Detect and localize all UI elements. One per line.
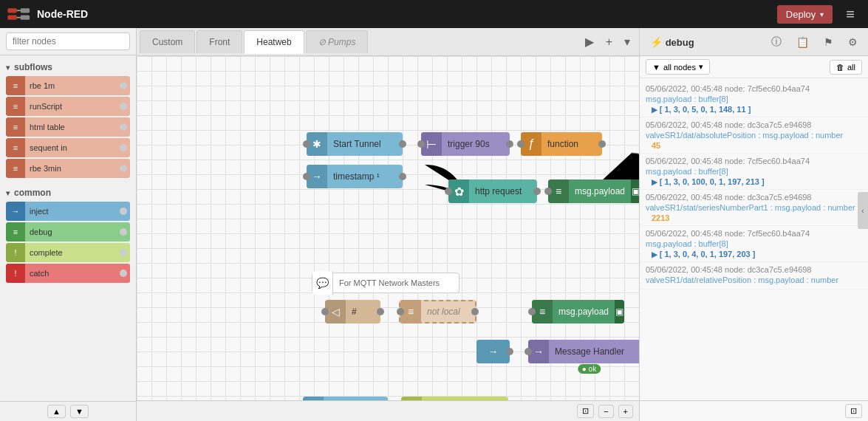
rbe1m-port [120, 82, 127, 89]
comment-label: For MQTT Network Masters [333, 278, 459, 287]
debug-msg-value[interactable]: [ 1, 3, 0, 5, 0, 1, 148, 11 ] [652, 105, 862, 114]
sidebar-item-inject[interactable]: → inject [6, 202, 130, 221]
menu-button[interactable]: ≡ [840, 3, 861, 26]
hash-port-right [377, 308, 384, 315]
node-hash[interactable]: ◁ # [325, 300, 380, 324]
svg-rect-1 [7, 16, 17, 20]
hash-label: # [346, 307, 380, 317]
tabs-bar: Custom Front Heatweb ⊘ Pumps ▶ + ▾ [137, 28, 639, 56]
debug-settings-tab[interactable]: ⚙ [842, 33, 864, 51]
debug-clear-button[interactable]: 🗑 all [830, 60, 862, 75]
debug-msg-header: 05/06/2022, 00:45:48 node: dc3ca7c5.e946… [646, 265, 862, 274]
filter-chevron-icon: ▾ [699, 62, 703, 72]
tab-options-button[interactable]: ▾ [618, 32, 636, 52]
msgpayload1-port-left [544, 188, 552, 195]
trigger-port-right [506, 140, 513, 148]
sidebar-item-htmltable[interactable]: ≡ html table [6, 117, 130, 137]
tab-front[interactable]: Front [197, 30, 242, 53]
flow-canvas[interactable]: ✱ Start Tunnel ⊢ trigger 90s ƒ function [137, 56, 639, 400]
play-button[interactable]: ▶ [579, 32, 600, 52]
debug-msg-prop: msg.payload : buffer[8] [646, 239, 862, 248]
debug-collapse-button[interactable]: ⊡ [845, 404, 862, 418]
debug-messages: 05/06/2022, 00:45:48 node: 7cf5ec60.b4aa… [640, 78, 868, 400]
tab-heatweb[interactable]: Heatweb [244, 30, 304, 54]
deploy-chevron-icon: ▾ [820, 10, 824, 18]
node-trigger-90s[interactable]: ⊢ trigger 90s [421, 132, 510, 156]
rbe3min-port [120, 165, 127, 172]
scroll-down-button[interactable]: ▼ [70, 405, 89, 418]
debug-message: 05/06/2022, 00:45:48 node: 7cf5ec60.b4aa… [640, 226, 868, 262]
fit-view-button[interactable]: ⊡ [577, 404, 594, 418]
canvas-area: Custom Front Heatweb ⊘ Pumps ▶ + ▾ [137, 28, 639, 421]
sidebar-item-debug[interactable]: ≡ debug [6, 222, 130, 242]
sequentin-port [120, 144, 127, 151]
msgpayload1-btn[interactable]: ▣ [631, 179, 639, 203]
svg-rect-2 [21, 8, 30, 13]
node-not-local[interactable]: ≡ not local [399, 300, 476, 324]
node-message-handler[interactable]: → Message Handler ● ok [528, 340, 639, 363]
zoom-in-button[interactable]: + [618, 405, 633, 418]
msgpayload2-label: msg.payload [553, 307, 615, 317]
debug-msg-prop: valveSR1/dat/absolutePosition : msg.payl… [646, 131, 862, 140]
sidebar-item-complete[interactable]: ! complete [6, 243, 130, 262]
filter-nodes-input[interactable] [6, 32, 130, 50]
debug-msg-value[interactable]: [ 1, 3, 0, 100, 0, 1, 197, 213 ] [652, 177, 862, 186]
debug-message: 05/06/2022, 00:45:48 node: dc3ca7c5.e946… [640, 262, 868, 290]
debug-info-tab[interactable]: ⓘ [765, 32, 787, 52]
node-comment[interactable]: 💬 For MQTT Network Masters [312, 273, 459, 293]
add-tab-button[interactable]: + [600, 32, 618, 52]
timestamp-port-right [399, 173, 406, 180]
debug-msg-header: 05/06/2022, 00:45:48 node: 7cf5ec60.b4aa… [646, 157, 862, 165]
debug-filter-button[interactable]: ▼ all nodes ▾ [646, 59, 710, 75]
node-msg-payload-2[interactable]: ≡ msg.payload ▣ [532, 300, 624, 324]
canvas-bottom-bar: ⊡ − + [137, 400, 639, 421]
svg-rect-3 [21, 16, 30, 20]
runscript-icon: ≡ [6, 97, 25, 116]
msgpayload2-btn[interactable]: ▣ [615, 300, 624, 324]
function-label: function [541, 139, 602, 149]
debug-structure-tab[interactable]: 📋 [790, 33, 815, 51]
catch-port [120, 270, 127, 277]
section-subflows[interactable]: ▾ subflows [0, 58, 136, 75]
node-inject-small[interactable]: → [476, 340, 510, 363]
node-function[interactable]: ƒ function [521, 132, 602, 156]
debug-message: 05/06/2022, 00:45:48 node: 7cf5ec60.b4aa… [640, 154, 868, 190]
msgpayload2-port-left [528, 308, 536, 315]
start-tunnel-port-left [303, 140, 310, 148]
deploy-button[interactable]: Deploy ▾ [777, 5, 833, 24]
sidebar-item-rbe3min[interactable]: ≡ rbe 3min [6, 159, 130, 178]
scroll-up-button[interactable]: ▲ [47, 405, 66, 418]
notlocal-port-right [471, 308, 479, 315]
debug-panel-bottom: ⊡ [640, 400, 868, 421]
sidebar-item-catch[interactable]: ! catch [6, 264, 130, 283]
notlocal-port-left [397, 308, 404, 315]
debug-port [120, 228, 127, 236]
node-start-tunnel[interactable]: ✱ Start Tunnel [307, 132, 403, 156]
zoom-out-button[interactable]: − [598, 405, 613, 418]
sidebar-item-runscript[interactable]: ≡ runScript [6, 97, 130, 116]
sidebar-item-sequentin[interactable]: ≡ sequent in [6, 138, 130, 157]
node-msg-payload-1[interactable]: ≡ msg.payload ▣ [548, 179, 639, 203]
htmltable-icon: ≡ [6, 117, 25, 137]
navbar: Node-RED Deploy ▾ ≡ [0, 0, 868, 28]
node-set-global-users[interactable]: ⚙ set global.users [401, 397, 508, 400]
section-common[interactable]: ▾ common [0, 184, 136, 200]
comment-icon: 💬 [312, 271, 333, 295]
node-timestamp[interactable]: → timestamp ¹ [307, 165, 403, 188]
htmltable-port [120, 123, 127, 131]
setglobal-icon: ⚙ [401, 397, 422, 400]
tab-pumps[interactable]: ⊘ Pumps [306, 30, 369, 53]
inject-small-icon: → [476, 340, 510, 363]
node-red-logo-icon [7, 6, 31, 22]
node-users[interactable]: → USERS ¹ [303, 397, 388, 400]
tab-custom[interactable]: Custom [140, 30, 195, 53]
debug-msg-value[interactable]: [ 1, 3, 0, 4, 0, 1, 197, 203 ] [652, 250, 862, 259]
canvas-scroll: ✱ Start Tunnel ⊢ trigger 90s ƒ function [137, 56, 639, 400]
debug-msg-header: 05/06/2022, 00:45:48 node: 7cf5ec60.b4aa… [646, 229, 862, 238]
catch-icon: ! [6, 264, 25, 283]
node-http-request[interactable]: ✿ http request [448, 179, 537, 203]
node-list: ▾ subflows ≡ rbe 1m ≡ runScript ≡ html t… [0, 55, 136, 401]
debug-filter-tab[interactable]: ⚑ [818, 33, 839, 51]
sidebar-item-rbe1m[interactable]: ≡ rbe 1m [6, 76, 130, 95]
timestamp-label: timestamp ¹ [327, 171, 403, 182]
